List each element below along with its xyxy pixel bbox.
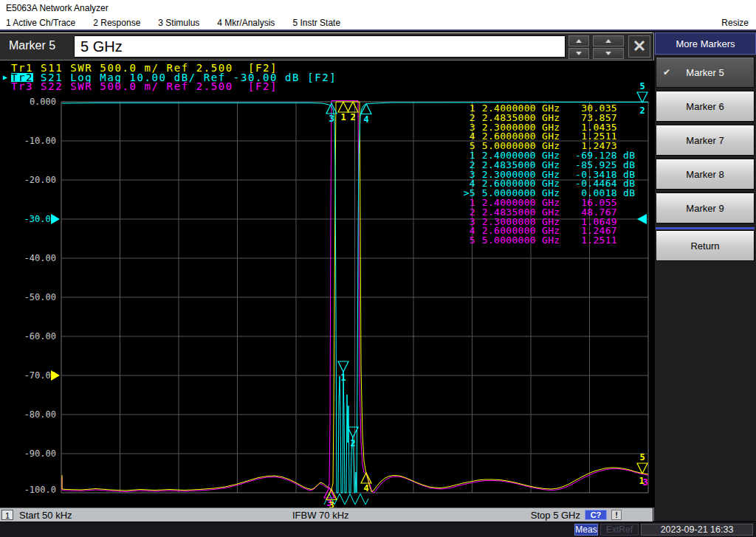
fine-step-up-button[interactable]: [568, 35, 589, 46]
sidebar-button-label: Marker 9: [686, 203, 724, 214]
marker-symbol-icon[interactable]: [338, 102, 348, 112]
plot-area: Tr1 S11 SWR 500.0 m/ Ref 2.500 [F2]▶Tr2 …: [0, 60, 655, 507]
alert-badge: !: [611, 510, 622, 520]
marker-number-label: 1: [340, 112, 346, 122]
marker-table-tr2: 12.4000000GHz-69.128dB22.4835000GHz-85.9…: [462, 151, 641, 198]
marker-value-unit: [623, 218, 641, 227]
menu-item-2[interactable]: 2 Response: [93, 18, 140, 28]
softkey-sidebar: More Markers ✔Marker 5Marker 6Marker 7Ma…: [655, 32, 756, 521]
marker-table-row: 55.0000000GHz1.2511: [462, 236, 641, 246]
sidebar-header: More Markers: [655, 32, 756, 55]
marker-number-label: 4: [363, 114, 368, 125]
instrument-screen: E5063A Network Analyzer 1 Active Ch/Trac…: [0, 0, 756, 537]
coarse-step-down-button[interactable]: [593, 48, 624, 59]
marker-value-unit: [623, 226, 641, 236]
marker-value-input[interactable]: [74, 35, 566, 58]
menu-item-4[interactable]: 4 Mkr/Analysis: [217, 18, 275, 28]
ifbw-label: IFBW 70 kHz: [292, 509, 349, 522]
menu-item-resize[interactable]: Resize: [721, 18, 749, 28]
sidebar-button-label: Marker 5: [686, 67, 724, 78]
sidebar-button-label: Marker 7: [686, 135, 724, 146]
sidebar-button-marker-5[interactable]: ✔Marker 5: [656, 57, 755, 88]
menu-items: 1 Active Ch/Trace2 Response3 Stimulus4 M…: [0, 18, 721, 28]
sidebar-button-marker-8[interactable]: Marker 8: [656, 159, 755, 190]
marker-number-label: 3: [329, 114, 334, 124]
check-icon: ✔: [663, 67, 670, 77]
marker-number-label: 2: [350, 438, 355, 448]
menu-bar: 1 Active Ch/Trace2 Response3 Stimulus4 M…: [0, 16, 756, 31]
marker-entry-label: Marker 5: [9, 39, 55, 52]
reference-level-marker-icon[interactable]: [51, 214, 60, 224]
sidebar-button-label: Return: [690, 240, 719, 252]
marker-value-unit: [623, 198, 641, 208]
marker-value-unit: [623, 236, 641, 246]
extref-status-badge: ExtRef: [600, 524, 639, 536]
marker-number-label: 4: [363, 483, 368, 493]
window-title: E5063A Network Analyzer: [0, 0, 756, 16]
marker-value: 1.2511: [564, 236, 617, 246]
sidebar-button-marker-7[interactable]: Marker 7: [656, 125, 755, 156]
marker-number-label: 2: [350, 112, 355, 122]
sidebar-button-marker-6[interactable]: Marker 6: [656, 91, 755, 122]
marker-symbol-icon[interactable]: [637, 92, 647, 103]
reference-level-marker-icon[interactable]: [51, 370, 60, 381]
stop-frequency-label: Stop 5 GHz: [531, 509, 580, 522]
marker-number-label: 5: [639, 81, 645, 91]
instrument-status-bar: Meas ExtRef 2023-09-21 16:33: [0, 522, 756, 537]
meas-status-badge: Meas: [574, 524, 598, 536]
marker-symbol-icon[interactable]: [361, 104, 371, 114]
sidebar-button-return[interactable]: Return: [656, 230, 755, 261]
close-icon[interactable]: ✕: [628, 35, 650, 58]
sidebar-button-label: Marker 8: [686, 169, 724, 180]
fine-step-down-button[interactable]: [568, 48, 589, 59]
up-arrow-icon: [576, 39, 582, 43]
down-arrow-icon: [605, 52, 611, 55]
marker-value-unit: [623, 123, 641, 133]
marker-table-tr1: 12.4000000GHz30.03522.4835000GHz73.85732…: [462, 104, 641, 151]
down-arrow-icon: [576, 52, 582, 55]
menu-item-5[interactable]: 5 Instr State: [292, 18, 340, 28]
marker-number-label: 5: [639, 452, 645, 462]
up-arrow-icon: [605, 39, 611, 43]
marker-number: 5: [462, 236, 475, 246]
marker-entry-toolbar: Marker 5 ✕: [0, 32, 653, 60]
marker-symbol-icon[interactable]: [348, 427, 358, 437]
marker-number-label: 1: [340, 373, 346, 383]
coarse-step-up-button[interactable]: [593, 35, 624, 46]
start-frequency-label: Start 50 kHz: [19, 509, 72, 522]
marker-value-unit: [623, 104, 641, 114]
menu-item-3[interactable]: 3 Stimulus: [158, 18, 199, 28]
sidebar-button-marker-9[interactable]: Marker 9: [656, 193, 755, 224]
marker-frequency: 5.0000000: [478, 236, 536, 246]
correction-badge: C?: [585, 510, 607, 520]
marker-number-label: 3: [329, 500, 334, 508]
trace-end-id-label: 1: [639, 476, 644, 486]
marker-value-unit: [623, 132, 641, 142]
marker-value-unit: [623, 114, 641, 123]
marker-symbol-icon[interactable]: [348, 102, 358, 112]
channel-status-bar: 1 Start 50 kHz IFBW 70 kHz Stop 5 GHz C?…: [0, 507, 653, 522]
marker-value-unit: [623, 208, 641, 218]
marker-symbol-icon[interactable]: [637, 463, 647, 474]
coarse-stepper: [593, 35, 624, 59]
datetime-display: 2023-09-21 16:33: [641, 524, 753, 536]
marker-value-unit: dB: [623, 189, 641, 198]
softkey-divider: [656, 227, 755, 229]
marker-unit: GHz: [542, 236, 564, 246]
marker-symbol-icon[interactable]: [338, 361, 348, 372]
channel-number-badge: 1: [1, 510, 13, 520]
menu-item-1[interactable]: 1 Active Ch/Trace: [6, 18, 75, 28]
fine-stepper: [568, 35, 589, 59]
sidebar-button-label: Marker 6: [686, 101, 724, 112]
marker-table-tr3: 12.4000000GHz16.05522.4835000GHz48.76732…: [462, 198, 641, 246]
